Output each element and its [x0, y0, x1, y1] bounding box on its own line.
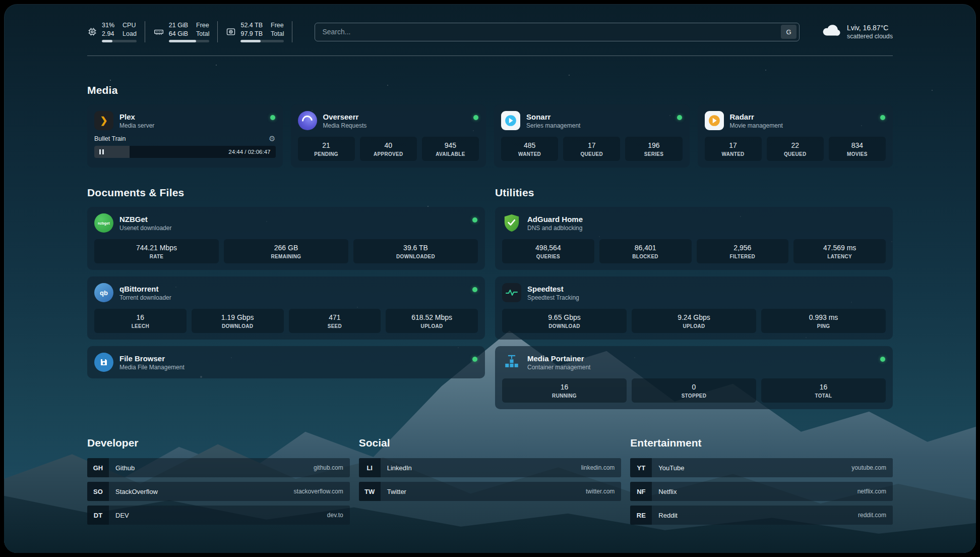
cpu-label: CPU [122, 21, 137, 29]
disk-icon [226, 27, 236, 37]
bookmark-group-developer: Developer GH Github github.com SO StackO… [87, 437, 350, 529]
bookmark-linkedin[interactable]: LI LinkedIn linkedin.com [359, 458, 622, 477]
playback-progress-bar[interactable]: 24:44 / 02:06:47 [94, 146, 276, 158]
qbittorrent-card[interactable]: qb qBittorrent Torrent downloader 16 LEE… [87, 276, 485, 340]
bookmark-github[interactable]: GH Github github.com [87, 458, 350, 477]
bookmark-url: linkedin.com [581, 464, 615, 471]
stat-blocked: 86,401 BLOCKED [599, 239, 692, 263]
bookmark-name: Github [115, 464, 135, 472]
ram-total-label: Total [196, 30, 209, 38]
bookmark-netflix[interactable]: NF Netflix netflix.com [630, 482, 893, 501]
bookmark-name: Twitter [387, 488, 406, 495]
filebrowser-subtitle: Media File Management [119, 364, 185, 371]
pause-icon[interactable] [99, 149, 104, 154]
ram-metric: 21 GiB 64 GiB Free Total [145, 21, 218, 42]
cpu-usage-bar [102, 40, 137, 42]
cpu-load-value: 2.94 [102, 30, 114, 38]
bookmark-abbr: TW [359, 482, 381, 501]
top-bar: 31% 2.94 CPU Load [87, 20, 893, 43]
plex-status-dot [270, 115, 275, 120]
stat-movies: 834 MOVIES [829, 137, 886, 161]
filebrowser-card[interactable]: File Browser Media File Management [87, 346, 485, 378]
radarr-name: Radarr [730, 113, 783, 121]
qbittorrent-name: qBittorrent [119, 285, 171, 293]
adguard-shield-icon [502, 213, 521, 233]
radarr-status-dot [880, 115, 885, 120]
plex-icon: ❯ [94, 111, 113, 130]
stat-download: 9.65 Gbps DOWNLOAD [502, 309, 627, 333]
radarr-card[interactable]: Radarr Movie management 17 WANTED 22 QUE… [698, 104, 893, 168]
overseerr-name: Overseerr [323, 113, 367, 121]
topbar-divider [87, 55, 893, 56]
bookmark-abbr: YT [630, 458, 652, 477]
gear-icon[interactable]: ⚙ [269, 135, 275, 142]
disk-usage-bar [240, 40, 284, 42]
portainer-name: Media Portainer [527, 354, 590, 363]
system-metrics: 31% 2.94 CPU Load [87, 21, 292, 42]
nzbget-icon: nzbget [94, 213, 113, 233]
bookmark-name: StackOverflow [115, 488, 158, 495]
ram-free-value: 21 GiB [169, 21, 188, 29]
search-input[interactable] [322, 28, 781, 36]
bookmark-name: Reddit [658, 512, 678, 519]
nzbget-card[interactable]: nzbget NZBGet Usenet downloader 744.21 M… [87, 207, 485, 270]
portainer-card[interactable]: Media Portainer Container management 16 … [495, 346, 893, 409]
bookmark-group-title-developer: Developer [87, 437, 350, 449]
qbittorrent-subtitle: Torrent downloader [119, 294, 171, 301]
cpu-icon [87, 27, 97, 37]
ram-icon [153, 27, 164, 37]
documents-column: Documents & Files nzbget NZBGet Usenet d… [87, 187, 485, 416]
stat-wanted: 17 WANTED [705, 137, 762, 161]
stat-queries: 498,564 QUERIES [502, 239, 594, 263]
cpu-percent: 31% [102, 21, 114, 29]
bookmark-dev[interactable]: DT DEV dev.to [87, 506, 350, 525]
stat-download: 1.19 Gbps DOWNLOAD [192, 309, 284, 333]
stat-available: 945 AVAILABLE [422, 137, 479, 161]
bookmark-twitter[interactable]: TW Twitter twitter.com [359, 482, 622, 501]
bookmark-url: twitter.com [586, 488, 615, 495]
disk-total-label: Total [271, 30, 284, 38]
section-title-media: Media [87, 84, 893, 96]
filebrowser-status-dot [472, 357, 477, 362]
stat-filtered: 2,956 FILTERED [697, 239, 789, 263]
stat-rate: 744.21 Mbps RATE [94, 239, 219, 263]
cloud-icon [822, 24, 841, 40]
bookmark-stackoverflow[interactable]: SO StackOverflow stackoverflow.com [87, 482, 350, 501]
speedtest-name: Speedtest [527, 285, 579, 293]
cpu-metric: 31% 2.94 CPU Load [87, 21, 145, 42]
portainer-status-dot [880, 357, 885, 362]
adguard-card[interactable]: AdGuard Home DNS and adblocking 498,564 … [495, 207, 893, 270]
bookmark-youtube[interactable]: YT YouTube youtube.com [630, 458, 893, 477]
sonarr-card[interactable]: Sonarr Series management 485 WANTED 17 Q… [494, 104, 690, 168]
bookmark-name: LinkedIn [387, 464, 412, 472]
search-engine-button[interactable]: G [781, 25, 797, 39]
adguard-name: AdGuard Home [527, 215, 583, 224]
bookmark-name: DEV [115, 512, 129, 519]
bookmark-url: netflix.com [858, 488, 886, 495]
stat-pending: 21 PENDING [298, 137, 355, 161]
stat-series: 196 SERIES [625, 137, 682, 161]
ram-usage-bar-fill [169, 40, 196, 42]
background-snow-specks [4, 4, 5, 5]
bookmark-group-title-social: Social [359, 437, 622, 449]
sonarr-icon [501, 111, 520, 130]
qbittorrent-icon: qb [94, 283, 113, 302]
bookmark-group-social: Social LI LinkedIn linkedin.com TW Twitt… [359, 437, 622, 529]
overseerr-card[interactable]: Overseerr Media Requests 21 PENDING 40 A… [291, 104, 486, 168]
stat-latency: 47.569 ms LATENCY [793, 239, 886, 263]
portainer-crane-icon [502, 353, 521, 372]
stat-approved: 40 APPROVED [360, 137, 417, 161]
ram-total-value: 64 GiB [169, 30, 188, 38]
speedtest-subtitle: Speedtest Tracking [527, 294, 579, 301]
disk-metric: 52.4 TB 97.9 TB Free Total [218, 21, 292, 42]
bookmark-reddit[interactable]: RE Reddit reddit.com [630, 506, 893, 525]
plex-subtitle: Media server [119, 122, 154, 129]
plex-card[interactable]: ❯ Plex Media server Bullet Train ⚙ 24:44 [87, 104, 283, 168]
sonarr-subtitle: Series management [526, 122, 580, 129]
filebrowser-name: File Browser [119, 354, 185, 363]
overseerr-status-dot [473, 115, 478, 120]
media-section: Media ❯ Plex Media server Bullet Train ⚙ [87, 84, 893, 168]
radarr-subtitle: Movie management [730, 122, 783, 129]
speedtest-card[interactable]: Speedtest Speedtest Tracking 9.65 Gbps D… [495, 276, 893, 340]
section-title-utilities: Utilities [495, 187, 893, 199]
